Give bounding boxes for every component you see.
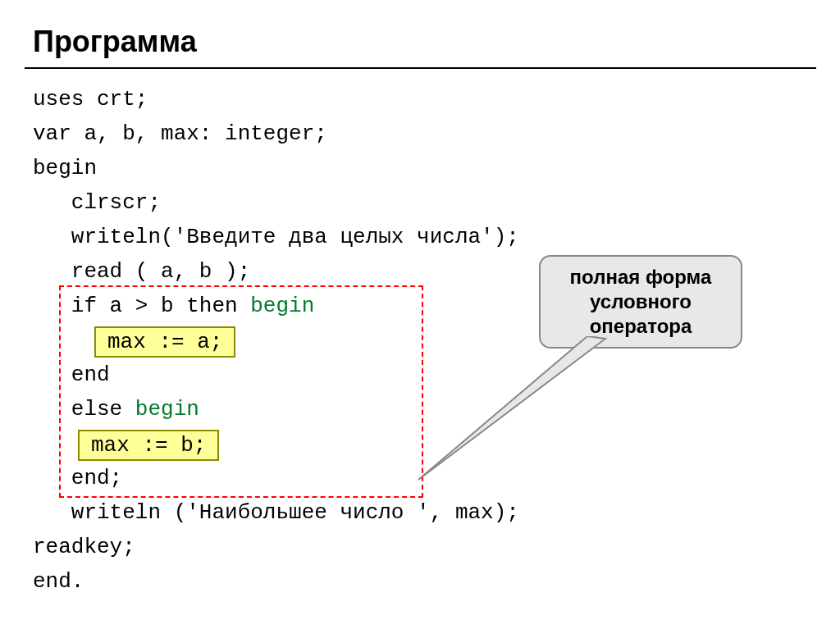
code-line-1: uses crt; (33, 87, 148, 112)
assignment-a-text: max := a; (107, 330, 222, 354)
code-line-2: var a, b, max: integer; (33, 121, 327, 146)
code-line-5: writeln('Введите два целых числа'); (33, 225, 519, 249)
slide-title: Программа (33, 25, 197, 59)
callout-box: полная форма условного оператора (539, 255, 742, 349)
title-underline (25, 67, 816, 69)
callout-line-2: условного (555, 289, 726, 314)
code-line-13: writeln ('Наибольшее число ', max); (33, 500, 519, 525)
callout-line-1: полная форма (555, 265, 726, 289)
assignment-box-a: max := a; (94, 326, 235, 358)
callout-line-3: оператора (555, 314, 726, 339)
code-line-3: begin (33, 156, 97, 180)
code-line-14: readkey; (33, 535, 135, 559)
assignment-box-b: max := b; (78, 430, 219, 461)
code-line-15: end. (33, 569, 84, 594)
assignment-b-text: max := b; (91, 433, 206, 458)
code-line-6: read ( a, b ); (33, 259, 250, 284)
code-line-4: clrscr; (33, 190, 161, 215)
dashed-highlight-box (59, 285, 423, 498)
